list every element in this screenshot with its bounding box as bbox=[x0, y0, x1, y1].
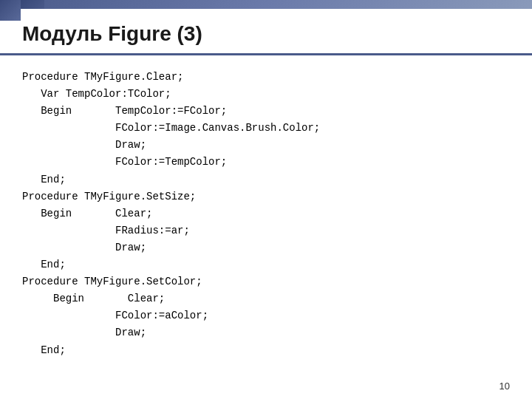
code-line-12: End; bbox=[22, 259, 66, 270]
code-line-17: End; bbox=[22, 344, 66, 356]
code-line-7: End; bbox=[22, 174, 66, 185]
code-line-6: FColor:=TempColor; bbox=[22, 156, 227, 168]
slide-title: Модуль Figure (3) bbox=[22, 22, 510, 46]
page-number: 10 bbox=[499, 381, 510, 392]
code-line-16: Draw; bbox=[22, 327, 146, 338]
top-bar bbox=[0, 0, 532, 9]
code-line-13: Procedure TMyFigure.SetColor; bbox=[22, 276, 202, 287]
code-line-9: Begin Clear; bbox=[22, 208, 152, 219]
code-line-10: FRadius:=ar; bbox=[22, 225, 190, 236]
code-line-11: Draw; bbox=[22, 242, 146, 253]
slide-header: Модуль Figure (3) bbox=[0, 9, 532, 55]
code-line-3: Begin TempColor:=FColor; bbox=[22, 105, 227, 117]
code-line-14: Begin Clear; bbox=[22, 293, 165, 304]
code-line-15: FColor:=aColor; bbox=[22, 310, 208, 321]
code-line-8: Procedure TMyFigure.SetSize; bbox=[22, 191, 196, 202]
code-line-5: Draw; bbox=[22, 139, 146, 151]
slide-footer: 10 bbox=[499, 381, 510, 392]
code-block: Procedure TMyFigure.Clear; Var TempColor… bbox=[22, 69, 510, 359]
slide-content: Procedure TMyFigure.Clear; Var TempColor… bbox=[0, 61, 532, 399]
corner-decoration bbox=[0, 0, 21, 21]
code-line-2: Var TempColor:TColor; bbox=[22, 88, 171, 100]
code-line-1: Procedure TMyFigure.Clear; bbox=[22, 71, 183, 83]
slide-container: Модуль Figure (3) Procedure TMyFigure.Cl… bbox=[0, 0, 532, 399]
code-line-4: FColor:=Image.Canvas.Brush.Color; bbox=[22, 122, 320, 134]
